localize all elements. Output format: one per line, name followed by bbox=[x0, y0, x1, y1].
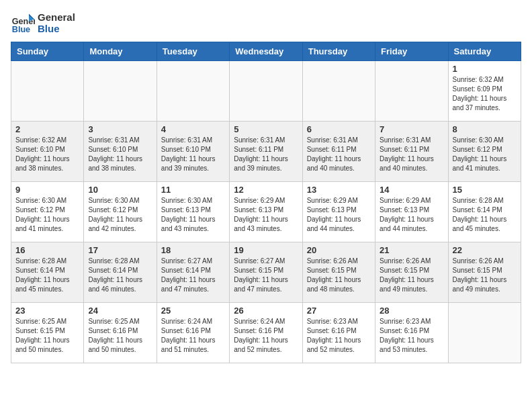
calendar-day: 5Sunrise: 6:31 AM Sunset: 6:11 PM Daylig… bbox=[230, 122, 302, 182]
day-info: Sunrise: 6:28 AM Sunset: 6:14 PM Dayligh… bbox=[15, 257, 79, 294]
calendar-day: 11Sunrise: 6:30 AM Sunset: 6:13 PM Dayli… bbox=[157, 182, 229, 242]
calendar-day: 23Sunrise: 6:25 AM Sunset: 6:15 PM Dayli… bbox=[11, 303, 84, 363]
day-number: 28 bbox=[380, 306, 443, 316]
day-number: 2 bbox=[15, 124, 79, 134]
day-number: 12 bbox=[234, 185, 298, 195]
day-info: Sunrise: 6:30 AM Sunset: 6:12 PM Dayligh… bbox=[453, 136, 517, 173]
calendar-week-1: 1Sunrise: 6:32 AM Sunset: 6:09 PM Daylig… bbox=[11, 61, 521, 122]
calendar-day: 15Sunrise: 6:28 AM Sunset: 6:14 PM Dayli… bbox=[448, 182, 521, 242]
day-number: 14 bbox=[380, 185, 443, 195]
calendar-day bbox=[230, 61, 302, 122]
day-info: Sunrise: 6:29 AM Sunset: 6:13 PM Dayligh… bbox=[380, 196, 443, 234]
day-info: Sunrise: 6:26 AM Sunset: 6:15 PM Dayligh… bbox=[380, 257, 443, 294]
day-info: Sunrise: 6:30 AM Sunset: 6:13 PM Dayligh… bbox=[161, 196, 225, 234]
calendar-day: 8Sunrise: 6:30 AM Sunset: 6:12 PM Daylig… bbox=[448, 122, 521, 182]
calendar-day: 10Sunrise: 6:30 AM Sunset: 6:12 PM Dayli… bbox=[84, 182, 157, 242]
calendar-day: 4Sunrise: 6:31 AM Sunset: 6:10 PM Daylig… bbox=[157, 122, 229, 182]
day-number: 9 bbox=[15, 185, 79, 195]
calendar-day: 9Sunrise: 6:30 AM Sunset: 6:12 PM Daylig… bbox=[11, 182, 84, 242]
day-number: 11 bbox=[161, 185, 225, 195]
day-info: Sunrise: 6:23 AM Sunset: 6:16 PM Dayligh… bbox=[307, 317, 371, 355]
day-info: Sunrise: 6:25 AM Sunset: 6:15 PM Dayligh… bbox=[15, 317, 79, 355]
day-info: Sunrise: 6:28 AM Sunset: 6:14 PM Dayligh… bbox=[453, 196, 517, 234]
day-header-monday: Monday bbox=[84, 42, 157, 61]
day-number: 13 bbox=[307, 185, 371, 195]
day-info: Sunrise: 6:31 AM Sunset: 6:11 PM Dayligh… bbox=[307, 136, 371, 173]
calendar-day: 13Sunrise: 6:29 AM Sunset: 6:13 PM Dayli… bbox=[302, 182, 375, 242]
calendar-day: 27Sunrise: 6:23 AM Sunset: 6:16 PM Dayli… bbox=[302, 303, 375, 363]
day-info: Sunrise: 6:30 AM Sunset: 6:12 PM Dayligh… bbox=[88, 196, 152, 234]
day-header-tuesday: Tuesday bbox=[157, 42, 229, 61]
calendar-day: 24Sunrise: 6:25 AM Sunset: 6:16 PM Dayli… bbox=[84, 303, 157, 363]
calendar-day bbox=[375, 61, 448, 122]
calendar-day: 19Sunrise: 6:27 AM Sunset: 6:15 PM Dayli… bbox=[230, 242, 302, 303]
logo-icon: General Blue bbox=[11, 11, 35, 35]
day-number: 15 bbox=[453, 185, 517, 195]
day-number: 8 bbox=[453, 124, 517, 134]
day-info: Sunrise: 6:32 AM Sunset: 6:10 PM Dayligh… bbox=[15, 136, 79, 173]
calendar-day: 7Sunrise: 6:31 AM Sunset: 6:11 PM Daylig… bbox=[375, 122, 448, 182]
calendar-week-3: 9Sunrise: 6:30 AM Sunset: 6:12 PM Daylig… bbox=[11, 182, 521, 242]
day-info: Sunrise: 6:31 AM Sunset: 6:11 PM Dayligh… bbox=[380, 136, 443, 173]
calendar-day: 17Sunrise: 6:28 AM Sunset: 6:14 PM Dayli… bbox=[84, 242, 157, 303]
calendar-day: 2Sunrise: 6:32 AM Sunset: 6:10 PM Daylig… bbox=[11, 122, 84, 182]
calendar-day bbox=[448, 303, 521, 363]
day-info: Sunrise: 6:29 AM Sunset: 6:13 PM Dayligh… bbox=[234, 196, 298, 234]
day-number: 26 bbox=[234, 306, 298, 316]
day-info: Sunrise: 6:31 AM Sunset: 6:11 PM Dayligh… bbox=[234, 136, 298, 173]
calendar-day bbox=[11, 61, 84, 122]
page-header: General Blue General Blue bbox=[11, 11, 521, 35]
day-number: 20 bbox=[307, 245, 371, 255]
day-number: 21 bbox=[380, 245, 443, 255]
logo: General Blue General Blue bbox=[11, 11, 75, 35]
calendar-day: 1Sunrise: 6:32 AM Sunset: 6:09 PM Daylig… bbox=[448, 61, 521, 122]
calendar-day bbox=[157, 61, 229, 122]
day-number: 17 bbox=[88, 245, 152, 255]
day-number: 4 bbox=[161, 124, 225, 134]
calendar-week-5: 23Sunrise: 6:25 AM Sunset: 6:15 PM Dayli… bbox=[11, 303, 521, 363]
day-number: 19 bbox=[234, 245, 298, 255]
day-info: Sunrise: 6:29 AM Sunset: 6:13 PM Dayligh… bbox=[307, 196, 371, 234]
calendar-day: 25Sunrise: 6:24 AM Sunset: 6:16 PM Dayli… bbox=[157, 303, 229, 363]
day-number: 1 bbox=[453, 64, 517, 74]
day-header-saturday: Saturday bbox=[448, 42, 521, 61]
calendar-day: 22Sunrise: 6:26 AM Sunset: 6:15 PM Dayli… bbox=[448, 242, 521, 303]
day-info: Sunrise: 6:26 AM Sunset: 6:15 PM Dayligh… bbox=[453, 257, 517, 294]
day-info: Sunrise: 6:24 AM Sunset: 6:16 PM Dayligh… bbox=[234, 317, 298, 355]
calendar-day bbox=[302, 61, 375, 122]
day-number: 3 bbox=[88, 124, 152, 134]
calendar-week-2: 2Sunrise: 6:32 AM Sunset: 6:10 PM Daylig… bbox=[11, 122, 521, 182]
day-info: Sunrise: 6:25 AM Sunset: 6:16 PM Dayligh… bbox=[88, 317, 152, 355]
day-info: Sunrise: 6:24 AM Sunset: 6:16 PM Dayligh… bbox=[161, 317, 225, 355]
day-number: 22 bbox=[453, 245, 517, 255]
day-number: 18 bbox=[161, 245, 225, 255]
day-number: 25 bbox=[161, 306, 225, 316]
day-number: 7 bbox=[380, 124, 443, 134]
day-number: 6 bbox=[307, 124, 371, 134]
logo-blue: Blue bbox=[38, 23, 75, 34]
day-number: 27 bbox=[307, 306, 371, 316]
day-header-thursday: Thursday bbox=[302, 42, 375, 61]
day-header-sunday: Sunday bbox=[11, 42, 84, 61]
day-number: 10 bbox=[88, 185, 152, 195]
calendar-day: 20Sunrise: 6:26 AM Sunset: 6:15 PM Dayli… bbox=[302, 242, 375, 303]
day-info: Sunrise: 6:32 AM Sunset: 6:09 PM Dayligh… bbox=[453, 75, 517, 113]
calendar-day: 21Sunrise: 6:26 AM Sunset: 6:15 PM Dayli… bbox=[375, 242, 448, 303]
calendar-day: 3Sunrise: 6:31 AM Sunset: 6:10 PM Daylig… bbox=[84, 122, 157, 182]
day-header-friday: Friday bbox=[375, 42, 448, 61]
calendar-day: 28Sunrise: 6:23 AM Sunset: 6:16 PM Dayli… bbox=[375, 303, 448, 363]
day-info: Sunrise: 6:27 AM Sunset: 6:14 PM Dayligh… bbox=[161, 257, 225, 294]
day-info: Sunrise: 6:26 AM Sunset: 6:15 PM Dayligh… bbox=[307, 257, 371, 294]
calendar-week-4: 16Sunrise: 6:28 AM Sunset: 6:14 PM Dayli… bbox=[11, 242, 521, 303]
svg-text:Blue: Blue bbox=[12, 25, 30, 34]
logo-general: General bbox=[38, 11, 75, 23]
day-header-wednesday: Wednesday bbox=[230, 42, 302, 61]
calendar-day: 16Sunrise: 6:28 AM Sunset: 6:14 PM Dayli… bbox=[11, 242, 84, 303]
calendar-table: SundayMondayTuesdayWednesdayThursdayFrid… bbox=[11, 42, 521, 363]
day-info: Sunrise: 6:30 AM Sunset: 6:12 PM Dayligh… bbox=[15, 196, 79, 234]
day-number: 16 bbox=[15, 245, 79, 255]
day-info: Sunrise: 6:23 AM Sunset: 6:16 PM Dayligh… bbox=[380, 317, 443, 355]
calendar-day bbox=[84, 61, 157, 122]
day-info: Sunrise: 6:28 AM Sunset: 6:14 PM Dayligh… bbox=[88, 257, 152, 294]
calendar-header-row: SundayMondayTuesdayWednesdayThursdayFrid… bbox=[11, 42, 521, 61]
